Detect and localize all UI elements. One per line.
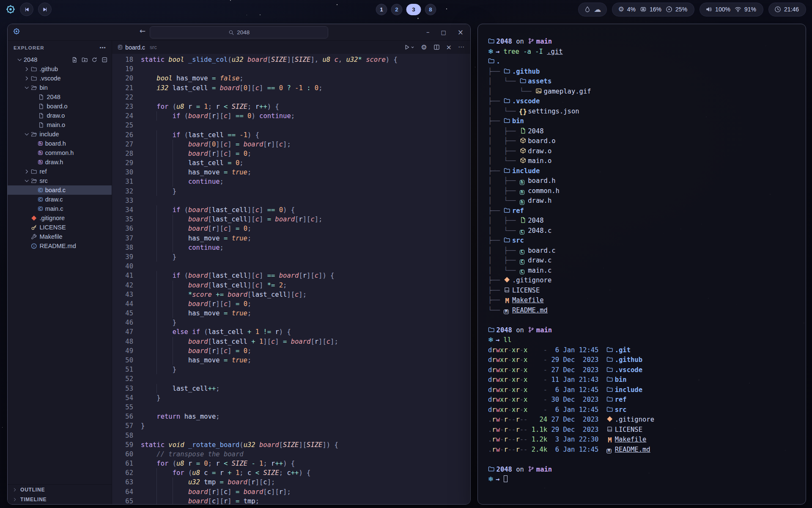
terminal-line: 2048 on main [488, 37, 797, 47]
terminal-line: .rw-r--r-- 1.1k 29 Dec 2023 LICENSE [488, 425, 797, 435]
workspace-8[interactable]: 8 [425, 4, 436, 15]
nav-back-icon[interactable]: ← [140, 28, 145, 35]
tree-item-label: Makefile [40, 233, 63, 240]
code-line: } [141, 421, 470, 431]
terminal-line: ├── include [488, 166, 797, 177]
tree-item-src[interactable]: src [8, 176, 112, 185]
workspace-3[interactable]: 3 [406, 4, 421, 15]
terminal-line: │ └── {}settings.json [488, 107, 797, 117]
media-prev-button[interactable] [20, 3, 33, 16]
close-button[interactable]: × [458, 29, 464, 36]
outline-panel[interactable]: OUTLINE [8, 485, 112, 494]
code-line: } [141, 365, 470, 374]
tree-item-board.o[interactable]: board.o [8, 102, 112, 111]
tree-item-label: draw.o [47, 112, 65, 119]
info-icon [31, 243, 37, 249]
tree-item-label: ref [40, 168, 47, 175]
memory-usage: 16% [650, 6, 661, 13]
tree-item-draw.o[interactable]: draw.o [8, 111, 112, 120]
code-line [141, 262, 470, 271]
tree-item-draw.c[interactable]: Cdraw.c [8, 195, 112, 204]
new-folder-icon[interactable] [82, 57, 88, 63]
code-line: board[c][r] = tmp; [141, 497, 470, 504]
tree-item-2048[interactable]: 2048 [8, 55, 112, 64]
terminal-line: │ ├── Cboard.c [488, 246, 797, 256]
tree-item-2048[interactable]: 2048 [8, 92, 112, 102]
workspace-2[interactable]: 2 [391, 4, 403, 15]
line-number-gutter: 1819202122232425262728293031323334353637… [112, 55, 133, 504]
tree-item-Makefile[interactable]: Makefile [8, 232, 112, 241]
code-line: } [141, 252, 470, 262]
workspace-1[interactable]: 1 [376, 4, 387, 15]
c-file-icon: C [38, 207, 43, 211]
code-line [141, 374, 470, 384]
weather-widget[interactable]: ☁ [578, 3, 607, 17]
tree-item-board.h[interactable]: hboard.h [8, 139, 112, 148]
tree-item-LICENSE[interactable]: LICENSE [8, 223, 112, 232]
tree-item-draw.h[interactable]: hdraw.h [8, 157, 112, 167]
timeline-panel-label: TIMELINE [20, 497, 47, 502]
tree-item-label: 2048 [47, 94, 60, 100]
more-actions-icon[interactable]: ⋯ [458, 44, 464, 50]
code-line: for (u8 r = 0; r < SIZE - 1; r++) { [141, 459, 470, 468]
code-line: board[last_cell + 1][c] = board[r][c]; [141, 337, 470, 346]
code-line: for (u8 r = 1; r < SIZE; r++) { [141, 102, 470, 111]
mletter-icon: M [504, 296, 510, 306]
tree-item-label: board.c [45, 187, 66, 193]
tree-item-bin[interactable]: bin [8, 83, 112, 92]
timeline-panel[interactable]: TIMELINE [8, 494, 112, 504]
media-next-button[interactable] [38, 3, 52, 16]
maximize-button[interactable]: □ [441, 30, 446, 35]
tree-item-label: bin [40, 84, 48, 91]
folder-icon [504, 207, 510, 214]
file-icon [38, 122, 44, 128]
tree-item-.vscode[interactable]: .vscode [8, 74, 112, 83]
audio-network-widget[interactable]: 100% 91% [700, 3, 763, 17]
tree-item-ref[interactable]: ref [8, 167, 112, 176]
launcher-icon[interactable] [6, 5, 15, 14]
code-line: board[r][c] = 0; [141, 224, 470, 233]
new-file-icon[interactable] [71, 57, 78, 63]
terminal-line: ├── .github [488, 67, 797, 77]
file-icon [520, 217, 526, 224]
terminal-line: │ ├── 2048 [488, 127, 797, 137]
tree-item-common.h[interactable]: hcommon.h [8, 148, 112, 157]
refresh-icon[interactable] [91, 57, 98, 63]
folder-icon [488, 38, 494, 44]
terminal-line: drwxr-xr-x - 30 Dec 2023 ref [488, 395, 797, 405]
collapse-all-icon[interactable] [102, 57, 108, 63]
terminal-line: ❄ → ll [488, 335, 797, 345]
tree-item-.github[interactable]: .github [8, 64, 112, 74]
terminal-line: drwxr-xr-x - 29 Dec 2023 .github [488, 355, 797, 365]
settings-gear-icon[interactable]: ⚙ [421, 44, 427, 51]
disk-usage: 25% [675, 6, 687, 13]
h-file-icon: h [38, 160, 43, 165]
tab-board-c[interactable]: C board.c src [118, 44, 157, 51]
editor-titlebar[interactable]: ← → 2048 – □ × [8, 24, 470, 41]
tree-item-include[interactable]: include [8, 130, 112, 139]
tree-item-main.c[interactable]: Cmain.c [8, 204, 112, 213]
minimize-button[interactable]: – [426, 29, 430, 36]
tree-item-.gitignore[interactable]: .gitignore [8, 213, 112, 223]
code-editor[interactable]: 1819202122232425262728293031323334353637… [112, 54, 470, 504]
run-button[interactable] [404, 44, 414, 50]
book-icon [606, 426, 612, 433]
terminal-line: ❄ → tree -a -I .git [488, 47, 797, 57]
media-prev-icon [24, 7, 30, 12]
terminal-content: 2048 on main❄ → tree -a -I .git.├── .git… [488, 37, 797, 485]
folder-icon [31, 168, 37, 175]
terminal-window[interactable]: 2048 on main❄ → tree -a -I .git.├── .git… [477, 24, 806, 505]
tree-item-main.o[interactable]: main.o [8, 120, 112, 130]
close-editor-icon[interactable]: × [446, 44, 452, 51]
system-stats-widget[interactable]: ⚙ 4% 16% 25% [612, 3, 694, 17]
tree-item-board.c[interactable]: Cboard.c [8, 185, 112, 195]
clock-widget[interactable]: 21:46 [768, 3, 806, 17]
command-center-search[interactable]: 2048 [150, 26, 328, 39]
wifi-strength: 91% [744, 6, 756, 13]
folder-icon [606, 366, 612, 373]
explorer-more-icon[interactable]: ⋯ [99, 45, 106, 51]
tree-item-label: .gitignore [40, 215, 65, 221]
chevron-down-icon [410, 45, 414, 49]
split-editor-icon[interactable] [433, 44, 440, 50]
tree-item-README.md[interactable]: README.md [8, 241, 112, 251]
